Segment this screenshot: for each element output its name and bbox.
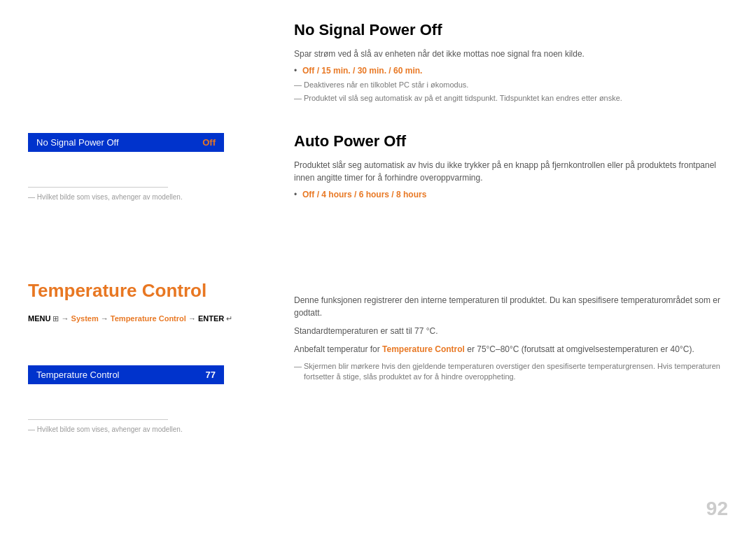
temp-display-box: Temperature Control 77	[28, 365, 224, 384]
no-signal-section: No Signal Power Off Spar strøm ved å slå…	[294, 21, 728, 104]
auto-power-title: Auto Power Off	[294, 132, 728, 150]
temp-section-left: Temperature Control MENU ⊞ → System → Te…	[28, 280, 252, 433]
right-column-top: No Signal Power Off Spar strøm ved å slå…	[294, 21, 728, 204]
auto-power-desc: Produktet slår seg automatisk av hvis du…	[294, 159, 728, 184]
menu-label: MENU	[28, 314, 52, 323]
no-signal-bullet-text: Off / 15 min. / 30 min. / 60 min.	[302, 66, 422, 76]
divider-1	[28, 187, 168, 188]
temp-desc-1: Denne funksjonen registrerer den interne…	[294, 294, 728, 319]
temp-title-left: Temperature Control	[28, 280, 252, 302]
temp-display-label: Temperature Control	[36, 370, 120, 380]
system-label: System	[71, 314, 101, 323]
no-signal-display-box: No Signal Power Off Off	[28, 133, 224, 152]
auto-power-bullet: Off / 4 hours / 6 hours / 8 hours	[294, 190, 728, 199]
page-number: 92	[706, 498, 728, 520]
no-signal-desc: Spar strøm ved å slå av enheten når det …	[294, 48, 728, 60]
temp-note: Skjermen blir mørkere hvis den gjeldende…	[294, 361, 728, 383]
menu-path: MENU ⊞ → System → Temperature Control → …	[28, 314, 252, 323]
arrow-3: →	[188, 314, 198, 323]
menu-icon: ⊞	[52, 314, 61, 323]
no-signal-value: Off	[202, 137, 216, 148]
arrow-2: →	[101, 314, 111, 323]
enter-label: ENTER	[198, 314, 226, 323]
temp-desc-3: Anbefalt temperatur for Temperature Cont…	[294, 343, 728, 356]
no-signal-bullet: Off / 15 min. / 30 min. / 60 min.	[294, 66, 728, 76]
page-container: No Signal Power Off Off — Hvilket bilde …	[0, 0, 756, 534]
temp-control-label: Temperature Control	[111, 314, 188, 323]
arrow-1: →	[62, 314, 71, 323]
no-signal-note-2: Produktet vil slå seg automatisk av på e…	[294, 93, 728, 104]
no-signal-note-1: Deaktiveres når en tilkoblet PC står i ø…	[294, 80, 728, 90]
temp-control-link: Temperature Control	[382, 344, 465, 354]
left-column-top: No Signal Power Off Off — Hvilket bilde …	[28, 21, 252, 201]
enter-icon: ↵	[226, 314, 232, 323]
left-footnote-1: — Hvilket bilde som vises, avhenger av m…	[28, 193, 252, 201]
temp-display-value: 77	[206, 370, 216, 380]
temp-desc-2: Standardtemperaturen er satt til 77 °C.	[294, 325, 728, 337]
left-footnote-2: — Hvilket bilde som vises, avhenger av m…	[28, 426, 252, 433]
temp-section-right: Denne funksjonen registrerer den interne…	[294, 280, 728, 386]
auto-power-bullet-text: Off / 4 hours / 6 hours / 8 hours	[302, 190, 426, 199]
auto-power-section: Auto Power Off Produktet slår seg automa…	[294, 132, 728, 199]
no-signal-title: No Signal Power Off	[294, 21, 728, 39]
no-signal-label: No Signal Power Off	[36, 137, 119, 148]
divider-2	[28, 419, 168, 420]
